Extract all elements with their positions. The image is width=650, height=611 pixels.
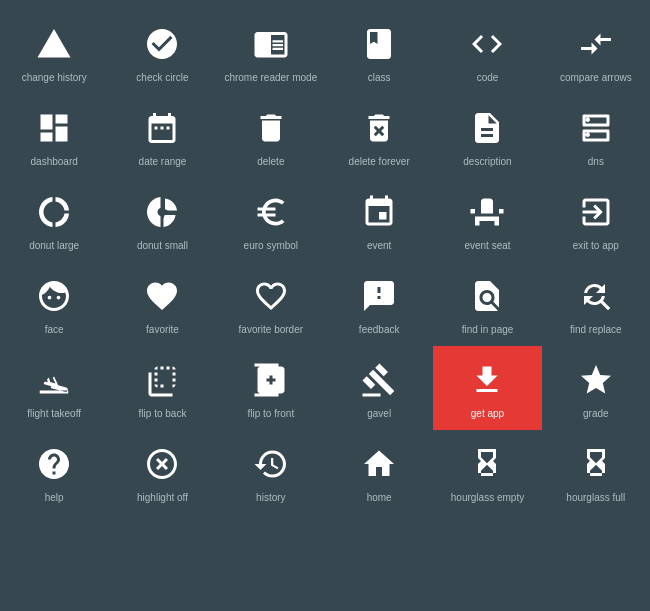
grade-label: grade bbox=[583, 408, 609, 420]
icon-item-delete-forever[interactable]: delete forever bbox=[325, 94, 433, 178]
exit-to-app-icon bbox=[578, 192, 614, 232]
highlight-off-icon bbox=[144, 444, 180, 484]
delete-forever-icon bbox=[361, 108, 397, 148]
feedback-label: feedback bbox=[359, 324, 400, 336]
favorite-label: favorite bbox=[146, 324, 179, 336]
icon-item-favorite-border[interactable]: favorite border bbox=[217, 262, 325, 346]
icon-item-dns[interactable]: dns bbox=[542, 94, 650, 178]
icon-item-code[interactable]: code bbox=[433, 10, 541, 94]
gavel-icon bbox=[361, 360, 397, 400]
gavel-label: gavel bbox=[367, 408, 391, 420]
donut-large-label: donut large bbox=[29, 240, 79, 252]
feedback-icon bbox=[361, 276, 397, 316]
icon-item-gavel[interactable]: gavel bbox=[325, 346, 433, 430]
icon-item-flight-takeoff[interactable]: flight takeoff bbox=[0, 346, 108, 430]
icon-item-face[interactable]: face bbox=[0, 262, 108, 346]
favorite-border-icon bbox=[253, 276, 289, 316]
euro-symbol-label: euro symbol bbox=[244, 240, 298, 252]
icon-item-change-history[interactable]: change history bbox=[0, 10, 108, 94]
find-in-page-icon bbox=[469, 276, 505, 316]
flight-takeoff-icon bbox=[36, 360, 72, 400]
icon-item-euro-symbol[interactable]: euro symbol bbox=[217, 178, 325, 262]
dashboard-icon bbox=[36, 108, 72, 148]
icon-item-donut-small[interactable]: donut small bbox=[108, 178, 216, 262]
grade-icon bbox=[578, 360, 614, 400]
icon-item-date-range[interactable]: date range bbox=[108, 94, 216, 178]
icon-item-event-seat[interactable]: event seat bbox=[433, 178, 541, 262]
hourglass-empty-icon bbox=[469, 444, 505, 484]
icon-item-get-app[interactable]: get app bbox=[433, 346, 541, 430]
dns-label: dns bbox=[588, 156, 604, 168]
icon-item-find-in-page[interactable]: find in page bbox=[433, 262, 541, 346]
home-icon bbox=[361, 444, 397, 484]
description-icon bbox=[469, 108, 505, 148]
dns-icon bbox=[578, 108, 614, 148]
icon-item-compare-arrows[interactable]: compare arrows bbox=[542, 10, 650, 94]
icon-item-find-replace[interactable]: find replace bbox=[542, 262, 650, 346]
favorite-border-label: favorite border bbox=[239, 324, 303, 336]
change-history-label: change history bbox=[22, 72, 87, 84]
delete-label: delete bbox=[257, 156, 284, 168]
check-circle-label: check circle bbox=[136, 72, 188, 84]
flip-to-back-label: flip to back bbox=[139, 408, 187, 420]
event-seat-icon bbox=[469, 192, 505, 232]
get-app-label: get app bbox=[471, 408, 504, 420]
code-label: code bbox=[477, 72, 499, 84]
class-icon bbox=[361, 24, 397, 64]
icon-item-flip-to-back[interactable]: flip to back bbox=[108, 346, 216, 430]
icon-item-help[interactable]: help bbox=[0, 430, 108, 514]
event-icon bbox=[361, 192, 397, 232]
home-label: home bbox=[367, 492, 392, 504]
delete-forever-label: delete forever bbox=[349, 156, 410, 168]
date-range-label: date range bbox=[139, 156, 187, 168]
compare-arrows-label: compare arrows bbox=[560, 72, 632, 84]
flip-to-front-label: flip to front bbox=[247, 408, 294, 420]
icon-item-hourglass-full[interactable]: hourglass full bbox=[542, 430, 650, 514]
icon-item-donut-large[interactable]: donut large bbox=[0, 178, 108, 262]
get-app-icon bbox=[469, 360, 505, 400]
icon-item-chrome-reader-mode[interactable]: chrome reader mode bbox=[217, 10, 325, 94]
highlight-off-label: highlight off bbox=[137, 492, 188, 504]
chrome-reader-mode-icon bbox=[253, 24, 289, 64]
icon-item-class[interactable]: class bbox=[325, 10, 433, 94]
help-label: help bbox=[45, 492, 64, 504]
event-label: event bbox=[367, 240, 391, 252]
flip-to-front-icon bbox=[253, 360, 289, 400]
flight-takeoff-label: flight takeoff bbox=[27, 408, 81, 420]
donut-small-label: donut small bbox=[137, 240, 188, 252]
hourglass-empty-label: hourglass empty bbox=[451, 492, 524, 504]
hourglass-full-icon bbox=[578, 444, 614, 484]
icon-grid: change historycheck circlechrome reader … bbox=[0, 0, 650, 524]
history-icon bbox=[253, 444, 289, 484]
face-icon bbox=[36, 276, 72, 316]
face-label: face bbox=[45, 324, 64, 336]
compare-arrows-icon bbox=[578, 24, 614, 64]
flip-to-back-icon bbox=[144, 360, 180, 400]
icon-item-history[interactable]: history bbox=[217, 430, 325, 514]
icon-item-grade[interactable]: grade bbox=[542, 346, 650, 430]
icon-item-dashboard[interactable]: dashboard bbox=[0, 94, 108, 178]
change-history-icon bbox=[36, 24, 72, 64]
donut-large-icon bbox=[36, 192, 72, 232]
icon-item-exit-to-app[interactable]: exit to app bbox=[542, 178, 650, 262]
icon-item-highlight-off[interactable]: highlight off bbox=[108, 430, 216, 514]
delete-icon bbox=[253, 108, 289, 148]
icon-item-delete[interactable]: delete bbox=[217, 94, 325, 178]
donut-small-icon bbox=[144, 192, 180, 232]
class-label: class bbox=[368, 72, 391, 84]
icon-item-hourglass-empty[interactable]: hourglass empty bbox=[433, 430, 541, 514]
icon-item-check-circle[interactable]: check circle bbox=[108, 10, 216, 94]
icon-item-event[interactable]: event bbox=[325, 178, 433, 262]
icon-item-description[interactable]: description bbox=[433, 94, 541, 178]
check-circle-icon bbox=[144, 24, 180, 64]
icon-item-favorite[interactable]: favorite bbox=[108, 262, 216, 346]
icon-item-feedback[interactable]: feedback bbox=[325, 262, 433, 346]
favorite-icon bbox=[144, 276, 180, 316]
chrome-reader-mode-label: chrome reader mode bbox=[224, 72, 317, 84]
find-in-page-label: find in page bbox=[462, 324, 514, 336]
find-replace-icon bbox=[578, 276, 614, 316]
icon-item-flip-to-front[interactable]: flip to front bbox=[217, 346, 325, 430]
icon-item-home[interactable]: home bbox=[325, 430, 433, 514]
find-replace-label: find replace bbox=[570, 324, 622, 336]
dashboard-label: dashboard bbox=[31, 156, 78, 168]
